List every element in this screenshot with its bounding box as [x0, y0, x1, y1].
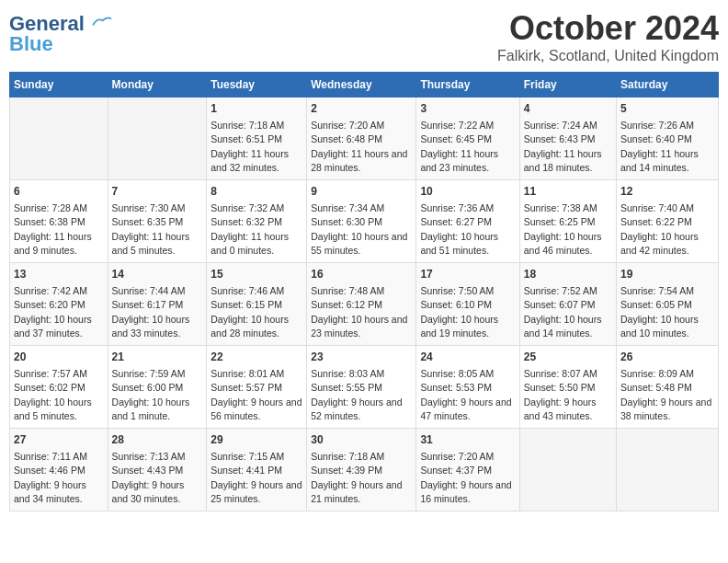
- day-cell: 24Sunrise: 8:05 AMSunset: 5:53 PMDayligh…: [416, 346, 519, 429]
- day-info: Sunrise: 7:44 AMSunset: 6:17 PMDaylight:…: [112, 285, 190, 339]
- day-info: Sunrise: 7:48 AMSunset: 6:12 PMDaylight:…: [311, 285, 407, 339]
- day-cell: 12Sunrise: 7:40 AMSunset: 6:22 PMDayligh…: [617, 180, 719, 263]
- day-cell: 11Sunrise: 7:38 AMSunset: 6:25 PMDayligh…: [519, 180, 616, 263]
- day-cell: [519, 429, 616, 511]
- logo-bird-icon: [92, 15, 112, 28]
- day-info: Sunrise: 7:38 AMSunset: 6:25 PMDaylight:…: [524, 202, 602, 256]
- day-number: 24: [420, 350, 515, 365]
- day-cell: 3Sunrise: 7:22 AMSunset: 6:45 PMDaylight…: [416, 98, 519, 180]
- week-row-3: 13Sunrise: 7:42 AMSunset: 6:20 PMDayligh…: [10, 263, 719, 346]
- day-cell: 5Sunrise: 7:26 AMSunset: 6:40 PMDaylight…: [617, 98, 719, 180]
- week-row-2: 6Sunrise: 7:28 AMSunset: 6:38 PMDaylight…: [10, 180, 719, 263]
- day-number: 2: [311, 101, 412, 117]
- day-number: 17: [420, 267, 515, 282]
- day-cell: 30Sunrise: 7:18 AMSunset: 4:39 PMDayligh…: [307, 429, 416, 511]
- day-number: 15: [210, 267, 302, 282]
- day-info: Sunrise: 7:24 AMSunset: 6:43 PMDaylight:…: [524, 120, 602, 173]
- header-thursday: Thursday: [416, 73, 519, 98]
- day-info: Sunrise: 8:01 AMSunset: 5:57 PMDaylight:…: [210, 368, 301, 421]
- day-number: 16: [311, 267, 412, 282]
- day-info: Sunrise: 7:20 AMSunset: 4:37 PMDaylight:…: [420, 451, 511, 504]
- day-cell: 21Sunrise: 7:59 AMSunset: 6:00 PMDayligh…: [108, 346, 207, 429]
- day-cell: 16Sunrise: 7:48 AMSunset: 6:12 PMDayligh…: [307, 263, 416, 346]
- header-tuesday: Tuesday: [207, 73, 307, 98]
- day-cell: 7Sunrise: 7:30 AMSunset: 6:35 PMDaylight…: [108, 180, 207, 263]
- day-number: 1: [210, 101, 302, 117]
- day-number: 13: [14, 267, 104, 282]
- week-row-5: 27Sunrise: 7:11 AMSunset: 4:46 PMDayligh…: [10, 429, 719, 511]
- day-number: 9: [311, 184, 412, 200]
- day-info: Sunrise: 7:34 AMSunset: 6:30 PMDaylight:…: [311, 202, 407, 256]
- day-info: Sunrise: 7:28 AMSunset: 6:38 PMDaylight:…: [14, 202, 92, 256]
- header-wednesday: Wednesday: [307, 73, 416, 98]
- day-info: Sunrise: 7:18 AMSunset: 6:51 PMDaylight:…: [210, 120, 289, 173]
- day-number: 30: [311, 432, 412, 448]
- day-info: Sunrise: 7:11 AMSunset: 4:46 PMDaylight:…: [14, 451, 87, 504]
- day-number: 26: [620, 350, 714, 365]
- day-cell: 1Sunrise: 7:18 AMSunset: 6:51 PMDaylight…: [207, 98, 307, 180]
- day-number: 4: [524, 101, 612, 117]
- month-title: October 2024: [497, 9, 719, 48]
- header-friday: Friday: [519, 73, 616, 98]
- day-cell: 27Sunrise: 7:11 AMSunset: 4:46 PMDayligh…: [10, 429, 108, 511]
- day-number: 8: [210, 184, 302, 200]
- day-number: 14: [112, 267, 203, 282]
- day-number: 11: [524, 184, 612, 200]
- day-info: Sunrise: 7:59 AMSunset: 6:00 PMDaylight:…: [112, 368, 190, 421]
- title-area: October 2024 Falkirk, Scotland, United K…: [497, 9, 719, 64]
- location-title: Falkirk, Scotland, United Kingdom: [497, 48, 719, 64]
- day-number: 29: [210, 432, 302, 448]
- day-number: 27: [14, 432, 104, 448]
- header-sunday: Sunday: [10, 73, 108, 98]
- day-cell: 19Sunrise: 7:54 AMSunset: 6:05 PMDayligh…: [617, 263, 719, 346]
- day-number: 20: [14, 350, 104, 365]
- day-cell: 8Sunrise: 7:32 AMSunset: 6:32 PMDaylight…: [207, 180, 307, 263]
- day-number: 23: [311, 350, 412, 365]
- header-monday: Monday: [108, 73, 207, 98]
- header-saturday: Saturday: [617, 73, 719, 98]
- day-info: Sunrise: 7:15 AMSunset: 4:41 PMDaylight:…: [210, 451, 301, 504]
- day-cell: 2Sunrise: 7:20 AMSunset: 6:48 PMDaylight…: [307, 98, 416, 180]
- day-info: Sunrise: 7:20 AMSunset: 6:48 PMDaylight:…: [311, 120, 407, 173]
- day-info: Sunrise: 8:03 AMSunset: 5:55 PMDaylight:…: [311, 368, 402, 421]
- day-info: Sunrise: 7:57 AMSunset: 6:02 PMDaylight:…: [14, 368, 92, 421]
- day-info: Sunrise: 7:46 AMSunset: 6:15 PMDaylight:…: [210, 285, 289, 339]
- day-number: 6: [14, 184, 104, 200]
- day-cell: 13Sunrise: 7:42 AMSunset: 6:20 PMDayligh…: [10, 263, 108, 346]
- day-number: 21: [112, 350, 203, 365]
- day-cell: 23Sunrise: 8:03 AMSunset: 5:55 PMDayligh…: [307, 346, 416, 429]
- day-cell: [617, 429, 719, 511]
- logo: General Blue: [9, 13, 112, 55]
- day-info: Sunrise: 7:42 AMSunset: 6:20 PMDaylight:…: [14, 285, 92, 339]
- day-info: Sunrise: 7:54 AMSunset: 6:05 PMDaylight:…: [620, 285, 699, 339]
- day-number: 25: [524, 350, 612, 365]
- calendar-table: SundayMondayTuesdayWednesdayThursdayFrid…: [9, 72, 719, 511]
- day-info: Sunrise: 7:52 AMSunset: 6:07 PMDaylight:…: [524, 285, 602, 339]
- day-cell: 6Sunrise: 7:28 AMSunset: 6:38 PMDaylight…: [10, 180, 108, 263]
- logo-text: General Blue: [9, 13, 112, 55]
- day-cell: 9Sunrise: 7:34 AMSunset: 6:30 PMDaylight…: [307, 180, 416, 263]
- day-number: 18: [524, 267, 612, 282]
- day-cell: 29Sunrise: 7:15 AMSunset: 4:41 PMDayligh…: [207, 429, 307, 511]
- day-cell: 26Sunrise: 8:09 AMSunset: 5:48 PMDayligh…: [617, 346, 719, 429]
- day-info: Sunrise: 7:18 AMSunset: 4:39 PMDaylight:…: [311, 451, 402, 504]
- day-cell: 20Sunrise: 7:57 AMSunset: 6:02 PMDayligh…: [10, 346, 108, 429]
- day-info: Sunrise: 7:40 AMSunset: 6:22 PMDaylight:…: [620, 202, 699, 256]
- day-cell: 10Sunrise: 7:36 AMSunset: 6:27 PMDayligh…: [416, 180, 519, 263]
- day-number: 7: [112, 184, 203, 200]
- day-cell: 14Sunrise: 7:44 AMSunset: 6:17 PMDayligh…: [108, 263, 207, 346]
- day-cell: 22Sunrise: 8:01 AMSunset: 5:57 PMDayligh…: [207, 346, 307, 429]
- page-header: General Blue October 2024 Falkirk, Scotl…: [9, 9, 719, 64]
- day-number: 22: [210, 350, 302, 365]
- day-cell: 4Sunrise: 7:24 AMSunset: 6:43 PMDaylight…: [519, 98, 616, 180]
- day-number: 3: [420, 101, 515, 117]
- day-number: 10: [420, 184, 515, 200]
- day-info: Sunrise: 7:13 AMSunset: 4:43 PMDaylight:…: [112, 451, 186, 504]
- day-info: Sunrise: 8:07 AMSunset: 5:50 PMDaylight:…: [524, 368, 597, 421]
- day-info: Sunrise: 7:36 AMSunset: 6:27 PMDaylight:…: [420, 202, 498, 256]
- day-cell: [10, 98, 108, 180]
- day-info: Sunrise: 7:22 AMSunset: 6:45 PMDaylight:…: [420, 120, 498, 173]
- day-info: Sunrise: 7:32 AMSunset: 6:32 PMDaylight:…: [210, 202, 289, 256]
- day-cell: 15Sunrise: 7:46 AMSunset: 6:15 PMDayligh…: [207, 263, 307, 346]
- day-number: 5: [620, 101, 714, 117]
